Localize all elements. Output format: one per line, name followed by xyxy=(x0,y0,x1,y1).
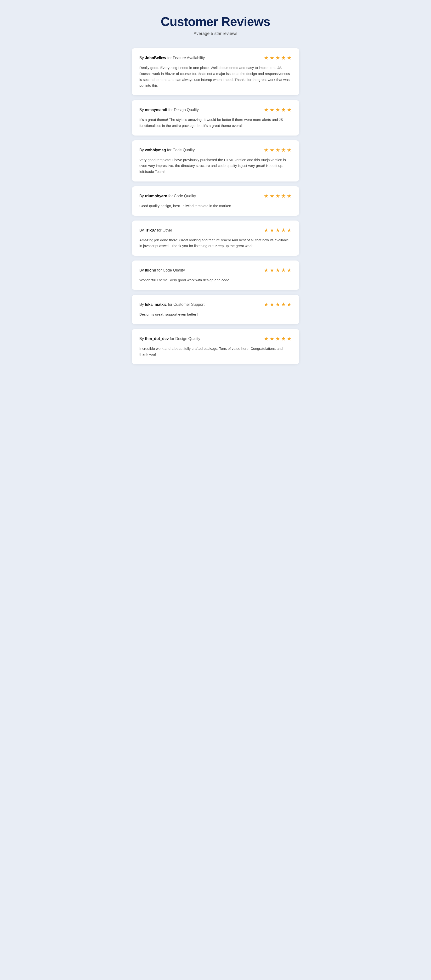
review-category: for Design Quality xyxy=(169,337,200,341)
review-header: By triumphyarn for Code Quality ★★★★★ xyxy=(139,193,292,199)
review-header: By thm_dot_dev for Design Quality ★★★★★ xyxy=(139,336,292,342)
star-icon: ★ xyxy=(264,55,269,61)
review-author-name: wobblymeg xyxy=(145,148,166,152)
by-prefix: By xyxy=(139,56,145,60)
star-icon: ★ xyxy=(264,193,269,199)
star-icon: ★ xyxy=(281,336,286,342)
star-icon: ★ xyxy=(270,107,274,113)
review-author-name: luka_matkic xyxy=(145,302,167,307)
star-icon: ★ xyxy=(287,193,292,199)
star-icon: ★ xyxy=(281,107,286,113)
page-title: Customer Reviews xyxy=(132,14,299,29)
reviews-list: By JohnBellew for Feature Availability ★… xyxy=(132,48,299,364)
review-text: Incredible work and a beautifully crafte… xyxy=(139,346,292,358)
review-text: It's a great theme! The style is amazing… xyxy=(139,117,292,129)
star-icon: ★ xyxy=(275,227,280,234)
review-card: By mmaymandi for Design Quality ★★★★★ It… xyxy=(132,100,299,135)
star-icon: ★ xyxy=(287,336,292,342)
review-category: for Code Quality xyxy=(166,148,195,152)
by-prefix: By xyxy=(139,268,145,272)
star-icon: ★ xyxy=(275,55,280,61)
review-category: for Code Quality xyxy=(167,194,196,198)
review-card: By triumphyarn for Code Quality ★★★★★ Go… xyxy=(132,186,299,216)
star-icon: ★ xyxy=(281,267,286,274)
review-header: By mmaymandi for Design Quality ★★★★★ xyxy=(139,107,292,113)
star-icon: ★ xyxy=(275,107,280,113)
review-author-line: By triumphyarn for Code Quality xyxy=(139,194,196,198)
star-rating: ★★★★★ xyxy=(264,301,292,308)
star-icon: ★ xyxy=(275,336,280,342)
review-category: for Customer Support xyxy=(167,302,205,307)
star-icon: ★ xyxy=(270,55,274,61)
star-icon: ★ xyxy=(264,147,269,153)
star-rating: ★★★★★ xyxy=(264,227,292,234)
star-icon: ★ xyxy=(270,301,274,308)
star-icon: ★ xyxy=(287,227,292,234)
by-prefix: By xyxy=(139,194,145,198)
by-prefix: By xyxy=(139,228,145,232)
star-icon: ★ xyxy=(270,193,274,199)
review-text: Amazing job done there! Great looking an… xyxy=(139,237,292,249)
star-icon: ★ xyxy=(275,267,280,274)
star-icon: ★ xyxy=(264,301,269,308)
star-icon: ★ xyxy=(281,301,286,308)
star-icon: ★ xyxy=(287,147,292,153)
review-category: for Code Quality xyxy=(156,268,185,272)
review-author-name: Trix87 xyxy=(145,228,156,232)
review-header: By JohnBellew for Feature Availability ★… xyxy=(139,55,292,61)
review-author-line: By wobblymeg for Code Quality xyxy=(139,148,195,152)
review-category: for Other xyxy=(156,228,172,232)
star-icon: ★ xyxy=(264,267,269,274)
star-icon: ★ xyxy=(287,107,292,113)
by-prefix: By xyxy=(139,108,145,112)
star-icon: ★ xyxy=(281,147,286,153)
review-author-line: By JohnBellew for Feature Availability xyxy=(139,56,205,60)
review-author-name: lulcho xyxy=(145,268,156,272)
review-card: By thm_dot_dev for Design Quality ★★★★★ … xyxy=(132,329,299,364)
star-rating: ★★★★★ xyxy=(264,107,292,113)
review-card: By luka_matkic for Customer Support ★★★★… xyxy=(132,295,299,324)
review-author-line: By thm_dot_dev for Design Quality xyxy=(139,337,200,341)
star-icon: ★ xyxy=(270,267,274,274)
by-prefix: By xyxy=(139,337,145,341)
review-author-line: By mmaymandi for Design Quality xyxy=(139,108,199,112)
review-card: By JohnBellew for Feature Availability ★… xyxy=(132,48,299,95)
review-category: for Design Quality xyxy=(167,108,199,112)
review-text: Wonderful Theme. Very good work with des… xyxy=(139,277,292,283)
review-author-line: By luka_matkic for Customer Support xyxy=(139,302,205,307)
star-icon: ★ xyxy=(270,336,274,342)
star-icon: ★ xyxy=(281,55,286,61)
review-card: By wobblymeg for Code Quality ★★★★★ Very… xyxy=(132,140,299,181)
review-card: By lulcho for Code Quality ★★★★★ Wonderf… xyxy=(132,261,299,290)
review-header: By luka_matkic for Customer Support ★★★★… xyxy=(139,301,292,308)
review-text: Very good template! I have previously pu… xyxy=(139,157,292,175)
star-icon: ★ xyxy=(275,193,280,199)
star-rating: ★★★★★ xyxy=(264,55,292,61)
star-rating: ★★★★★ xyxy=(264,147,292,153)
review-card: By Trix87 for Other ★★★★★ Amazing job do… xyxy=(132,221,299,256)
review-header: By lulcho for Code Quality ★★★★★ xyxy=(139,267,292,274)
review-author-line: By Trix87 for Other xyxy=(139,228,172,232)
review-header: By wobblymeg for Code Quality ★★★★★ xyxy=(139,147,292,153)
review-author-name: JohnBellew xyxy=(145,56,166,60)
star-icon: ★ xyxy=(281,227,286,234)
review-category: for Feature Availability xyxy=(166,56,205,60)
page-subtitle: Average 5 star reviews xyxy=(132,31,299,36)
by-prefix: By xyxy=(139,148,145,152)
page-header: Customer Reviews Average 5 star reviews xyxy=(132,14,299,36)
star-icon: ★ xyxy=(287,267,292,274)
star-icon: ★ xyxy=(264,336,269,342)
star-icon: ★ xyxy=(270,227,274,234)
review-author-name: thm_dot_dev xyxy=(145,337,169,341)
star-icon: ★ xyxy=(281,193,286,199)
review-author-name: triumphyarn xyxy=(145,194,167,198)
star-icon: ★ xyxy=(264,227,269,234)
star-rating: ★★★★★ xyxy=(264,336,292,342)
star-icon: ★ xyxy=(264,107,269,113)
star-icon: ★ xyxy=(287,55,292,61)
review-header: By Trix87 for Other ★★★★★ xyxy=(139,227,292,234)
review-author-line: By lulcho for Code Quality xyxy=(139,268,185,272)
star-icon: ★ xyxy=(275,301,280,308)
star-icon: ★ xyxy=(270,147,274,153)
by-prefix: By xyxy=(139,302,145,307)
